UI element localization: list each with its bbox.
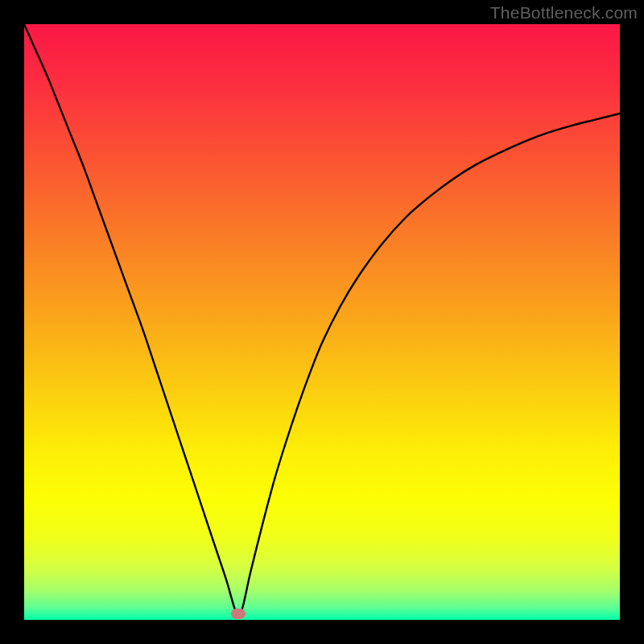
gradient-background (24, 24, 620, 620)
watermark-text: TheBottleneck.com (490, 3, 638, 23)
chart-frame: TheBottleneck.com (0, 0, 644, 644)
chart-svg (24, 24, 620, 620)
optimum-marker (231, 609, 246, 619)
plot-area (24, 24, 620, 620)
